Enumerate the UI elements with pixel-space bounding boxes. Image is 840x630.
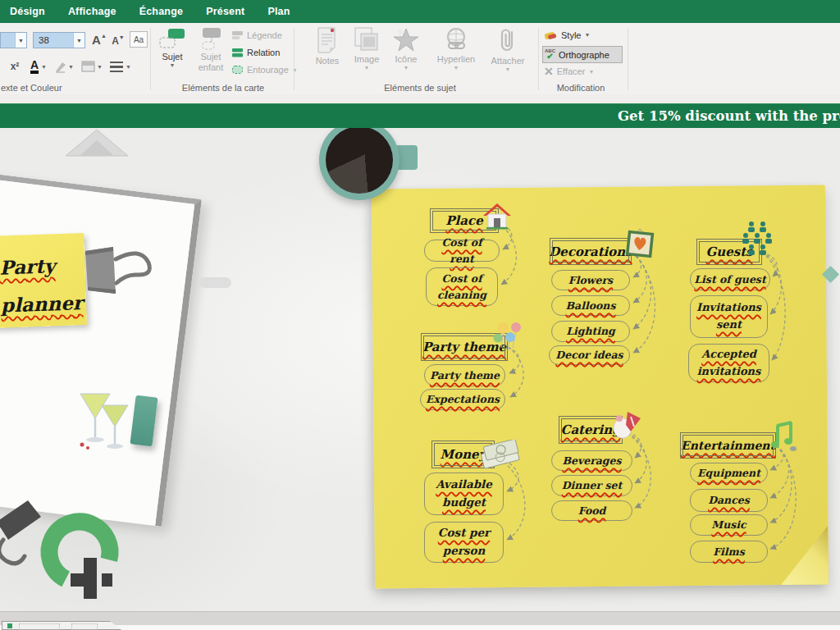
tab-affichage[interactable]: Affichage: [68, 6, 116, 17]
sujet-button[interactable]: Sujet ▼: [154, 27, 190, 68]
divider: [294, 28, 294, 90]
ribbon-gap: [0, 94, 840, 103]
note-icon: [315, 26, 340, 54]
application-window: Désign Affichage Échange Présent Plan ▼ …: [0, 0, 840, 630]
lines-icon: [110, 62, 123, 72]
subtopic-icon: [198, 27, 224, 50]
decrease-font-button[interactable]: A▼: [110, 33, 126, 48]
status-bar: [0, 611, 840, 625]
divider: [628, 28, 628, 90]
binder-clip-icon: [79, 240, 161, 305]
subtopic-available-budget[interactable]: Available budget: [424, 472, 504, 515]
fill-icon: [81, 61, 95, 72]
subtopic-music[interactable]: Music: [690, 514, 768, 536]
topic-icon: [159, 27, 185, 50]
picture-frame-icon: [625, 228, 655, 259]
clear-x-icon: ✕: [544, 66, 554, 77]
effacer-button[interactable]: ✕ Effacer ▼: [544, 66, 594, 77]
paragraph-lines-button[interactable]: ▼: [108, 57, 133, 75]
tab-text-ghost: [71, 623, 98, 630]
subtopic-party-theme[interactable]: Party theme: [424, 364, 505, 386]
attacher-button[interactable]: Attacher ▼: [486, 26, 529, 72]
party-planner-title: Party planner: [0, 233, 87, 325]
desk-marker: [199, 277, 231, 288]
legend-icon: [231, 30, 244, 40]
menu-bar: Désign Affichage Échange Présent Plan: [0, 0, 840, 23]
subtopic-food[interactable]: Food: [551, 500, 632, 521]
document-tab[interactable]: [2, 621, 123, 630]
boundary-icon: [231, 65, 244, 75]
topic-decorations[interactable]: Decorations: [550, 238, 632, 265]
divider: [538, 28, 539, 90]
subtopic-balloons[interactable]: Balloons: [551, 295, 630, 316]
subtopic-dances[interactable]: Dances: [690, 489, 768, 512]
ribbon: ▼ 38 ▼ A▲ A▼ Aa x² A ▼ ▼ ▼ ▼: [0, 23, 840, 94]
chevron-down-icon: ▼: [73, 33, 84, 48]
subtopic-expectations[interactable]: Expectations: [420, 389, 505, 410]
group-label-texte: exte et Couleur: [0, 83, 107, 93]
subtopic-invitations-sent[interactable]: Invitations sent: [690, 295, 768, 338]
group-label-modification: Modification: [540, 83, 622, 93]
font-color-button[interactable]: A ▼: [27, 57, 50, 75]
subtopic-decor-ideas[interactable]: Decor ideas: [549, 345, 630, 365]
change-case-button[interactable]: Aa: [130, 31, 148, 48]
catering-icon: [611, 407, 644, 443]
star-icon: [392, 26, 420, 52]
increase-font-button[interactable]: A▲: [90, 30, 108, 48]
font-size-value: 38: [34, 35, 49, 45]
topic-entertainment[interactable]: Entertainment: [680, 432, 776, 459]
tab-plan[interactable]: Plan: [267, 6, 290, 17]
tab-echange[interactable]: Échange: [139, 6, 184, 17]
money-icon: [479, 440, 522, 469]
pen-icon: [54, 61, 66, 73]
paperclip-icon: [499, 26, 517, 54]
globe-link-icon: [442, 26, 470, 52]
subtopic-cost-of-rent[interactable]: Cost of rent: [424, 240, 500, 262]
promo-text: Get 15% discount with the prom: [618, 108, 840, 124]
divider: [150, 28, 151, 90]
sujet-enfant-button[interactable]: Sujet enfant: [192, 27, 230, 72]
style-brush-icon: [544, 29, 558, 41]
superscript-button[interactable]: x²: [7, 59, 23, 74]
document-icon: [7, 623, 12, 628]
subtopic-dinner-set[interactable]: Dinner set: [551, 475, 632, 496]
highlighter-button[interactable]: ▼: [52, 57, 75, 75]
coffee: [326, 126, 393, 194]
font-size-dropdown[interactable]: 38 ▼: [33, 32, 85, 48]
legende-button[interactable]: Légende: [231, 30, 282, 40]
relation-icon: [231, 48, 244, 57]
font-name-dropdown[interactable]: ▼: [0, 32, 27, 48]
subtopic-flowers[interactable]: Flowers: [551, 270, 630, 290]
subtopic-accepted-invitations[interactable]: Accepted invitations: [688, 344, 769, 382]
group-label-sujet: Eléments de sujet: [309, 83, 531, 93]
group-label-carte: Eléments de la carte: [154, 83, 292, 93]
tab-strip: [0, 625, 840, 630]
music-note-icon: [769, 419, 797, 454]
tab-text-ghost: [19, 623, 60, 630]
promo-banner[interactable]: Get 15% discount with the prom: [0, 103, 840, 128]
subtopic-films[interactable]: Films: [690, 541, 768, 563]
style-button[interactable]: Style ▼: [544, 29, 590, 41]
tab-present[interactable]: Présent: [206, 6, 244, 17]
image-button[interactable]: Image ▼: [349, 26, 385, 71]
subtopic-cost-per-person[interactable]: Cost per person: [424, 522, 504, 563]
people-icon: [739, 220, 777, 261]
image-icon: [354, 26, 380, 52]
party-planner-note: Party planner: [0, 233, 87, 328]
notes-button[interactable]: Notes: [309, 26, 345, 66]
tab-design[interactable]: Désign: [10, 6, 45, 17]
hyperlien-button[interactable]: Hyperlien ▼: [432, 26, 480, 71]
subtopic-equipment[interactable]: Equipment: [690, 463, 768, 483]
chevron-down-icon: ▼: [15, 33, 26, 48]
subtopic-lighting[interactable]: Lighting: [551, 321, 630, 342]
fill-image-button[interactable]: ▼: [79, 57, 105, 75]
app-logo: [29, 507, 135, 605]
relation-button[interactable]: Relation: [231, 48, 280, 57]
subtopic-beverages[interactable]: Beverages: [551, 450, 632, 471]
subtopic-list-of-guest[interactable]: List of guest: [690, 268, 770, 290]
entourage-button[interactable]: Entourage ▼: [231, 65, 298, 75]
paper-corner: [57, 127, 135, 157]
icone-button[interactable]: Icône ▼: [388, 26, 424, 71]
orthographe-button[interactable]: ABC ✔ Orthographe: [542, 46, 623, 63]
subtopic-cost-of-cleaning[interactable]: Cost of cleaning: [426, 267, 498, 306]
